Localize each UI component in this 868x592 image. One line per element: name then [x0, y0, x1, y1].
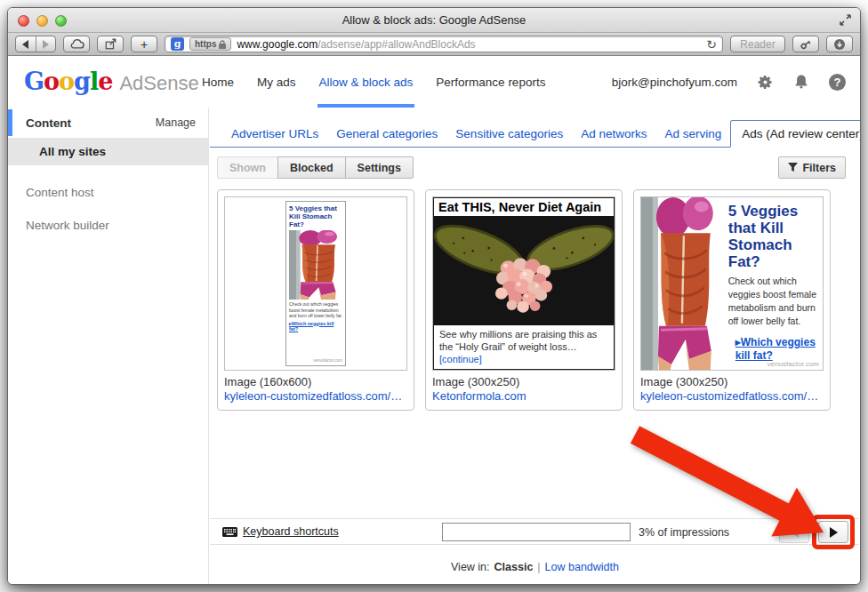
next-arrow-icon [830, 527, 838, 538]
filters-label: Filters [802, 162, 836, 174]
ad-preview-area: 5 Veggies that Kill Stomach Fat? Check o… [224, 196, 407, 371]
view-in-footer: View in: Classic | Low bandwidth [210, 561, 860, 573]
ad-body: See why millions are praising this as th… [439, 329, 597, 352]
url-domain: www.google.com [237, 38, 317, 51]
manage-link[interactable]: Manage [156, 116, 196, 129]
logo-letter: o [59, 68, 74, 95]
settings-button[interactable]: Settings [345, 156, 414, 179]
previous-arrow-icon [791, 527, 799, 538]
previous-page-button[interactable] [779, 521, 809, 543]
header-right: bjork@pinchofyum.com [612, 56, 846, 108]
logo-letter: o [44, 68, 59, 95]
cloud-icon [68, 38, 85, 50]
ad-headline: 5 Veggies that Kill Stomach Fat? [728, 203, 816, 270]
google-adsense-logo: Google AdSense [24, 68, 199, 95]
ad-caption: Image (160x600) kyleleon-customizedfatlo… [224, 375, 407, 404]
ad-destination-link[interactable]: kyleleon-customizedfatloss.com/… [224, 389, 407, 404]
tab-sensitive-categories[interactable]: Sensitive categories [446, 121, 572, 147]
tab-advertiser-urls[interactable]: Advertiser URLs [222, 121, 327, 147]
browser-window: Allow & block ads: Google AdSense + g ht… [7, 7, 861, 585]
ad-caption: Image (300x250) kyleleon-customizedfatlo… [640, 375, 824, 404]
nav-performance-reports[interactable]: Performance reports [436, 56, 545, 108]
history-nav-group [15, 36, 56, 52]
ad-size-label: Image (300x250) [432, 375, 519, 388]
share-button[interactable] [97, 36, 124, 52]
sidebar-item-all-my-sites[interactable]: All my sites [8, 138, 208, 165]
share-icon [104, 37, 117, 51]
nav-my-ads[interactable]: My ads [257, 56, 296, 108]
ad-body-text: Check out which veggies boost female met… [728, 275, 816, 328]
ad-card[interactable]: 5 Veggies that Kill Stomach Fat? Check o… [633, 189, 831, 411]
icloud-tabs-button[interactable] [63, 36, 90, 52]
impressions-label: 3% of impressions [639, 526, 729, 539]
ad-attribution: venusfactor.com [289, 358, 342, 363]
reader-label: Reader [740, 38, 775, 51]
sidebar-section-content: Content Manage [8, 109, 208, 136]
view-classic-label: Classic [494, 561, 534, 573]
keyboard-icon [222, 527, 237, 537]
tab-general-categories[interactable]: General categories [327, 121, 446, 147]
sidebar-item-network-builder[interactable]: Network builder [8, 213, 208, 236]
tab-ads-ad-review-center[interactable]: Ads (Ad review center) [730, 120, 861, 148]
logo-letter: e [98, 68, 112, 95]
download-icon [832, 37, 847, 52]
browser-toolbar: + g https www.google.com/adsense/app#all… [8, 33, 860, 56]
logo-letter: G [24, 68, 44, 95]
ad-cta-link: Which veggies kill fat? [735, 336, 816, 363]
pagination [779, 521, 848, 543]
new-tab-button[interactable]: + [131, 36, 157, 52]
nav-home[interactable]: Home [202, 56, 234, 108]
logo-letter: g [74, 68, 90, 95]
plus-icon: + [141, 38, 148, 51]
app-header: Google AdSense Home My ads Allow & block… [8, 56, 860, 108]
next-page-button[interactable] [818, 521, 848, 543]
https-label: https [195, 39, 216, 49]
help-icon[interactable] [829, 74, 846, 91]
separator: | [537, 561, 540, 573]
sidebar-item-content-host[interactable]: Content host [8, 180, 208, 204]
forward-button[interactable] [36, 36, 56, 52]
ad-destination-link[interactable]: Ketonformola.com [432, 389, 615, 404]
url-path: /adsense/app#allowAndBlockAds [317, 38, 475, 51]
finger-lime-illustration [434, 216, 614, 325]
ad-body-text: See why millions are praising this as th… [434, 325, 614, 369]
main-nav: Home My ads Allow & block ads Performanc… [202, 56, 545, 108]
ad-destination-link[interactable]: kyleleon-customizedfatloss.com/… [640, 389, 824, 404]
status-bar: Keyboard shortcuts 3% of impressions [210, 518, 859, 545]
downloads-button[interactable] [826, 36, 853, 52]
torso-ad-image [641, 197, 721, 370]
ad-card[interactable]: Eat THIS, Never Diet Again See why milli… [425, 189, 623, 411]
blocked-button[interactable]: Blocked [277, 156, 346, 179]
low-bandwidth-link[interactable]: Low bandwidth [545, 561, 619, 573]
impressions-progress-bar [442, 523, 631, 541]
back-arrow-icon [22, 40, 28, 49]
view-toolbar: Shown Blocked Settings Filters [217, 156, 849, 179]
ad-caption: Image (300x250) Ketonformola.com [432, 375, 615, 404]
tab-ad-networks[interactable]: Ad networks [572, 121, 655, 147]
close-window-button[interactable] [18, 15, 29, 27]
back-button[interactable] [16, 36, 36, 52]
shown-button[interactable]: Shown [217, 156, 278, 179]
password-extension-button[interactable] [792, 36, 819, 52]
url-text: www.google.com/adsense/app#allowAndBlock… [237, 38, 475, 51]
bell-icon[interactable] [793, 74, 809, 90]
key-icon [799, 37, 813, 52]
filter-funnel-icon [788, 163, 798, 172]
address-bar[interactable]: g https www.google.com/adsense/app#allow… [165, 36, 723, 52]
tab-ad-serving[interactable]: Ad serving [655, 121, 730, 147]
nav-allow-block-ads[interactable]: Allow & block ads [319, 56, 414, 108]
tab-bar: Advertiser URLs General categories Sensi… [210, 108, 860, 148]
reload-icon[interactable] [706, 38, 717, 51]
torso-ad-image [289, 230, 342, 300]
sidebar: Content Manage All my sites Content host… [8, 108, 209, 584]
reader-button[interactable]: Reader [730, 36, 785, 52]
fullscreen-icon[interactable] [840, 14, 851, 26]
window-title: Allow & block ads: Google AdSense [342, 13, 526, 27]
keyboard-shortcuts-link[interactable]: Keyboard shortcuts [222, 525, 339, 538]
filters-button[interactable]: Filters [778, 156, 846, 179]
minimize-window-button[interactable] [36, 15, 48, 27]
main-content: Advertiser URLs General categories Sensi… [210, 108, 860, 584]
ad-card[interactable]: 5 Veggies that Kill Stomach Fat? Check o… [217, 189, 414, 411]
zoom-window-button[interactable] [55, 15, 67, 27]
gear-icon[interactable] [757, 74, 774, 91]
